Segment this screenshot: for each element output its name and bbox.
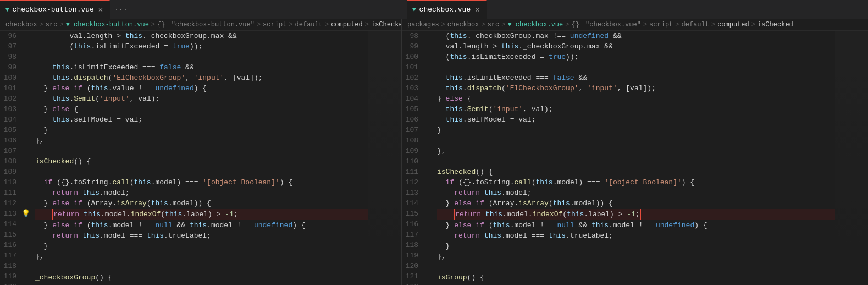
tab-label-left: checkbox-button.vue bbox=[13, 6, 94, 14]
rbc-filename: "checkbox.vue" bbox=[582, 21, 641, 29]
tabs-spacer bbox=[132, 0, 868, 19]
rbc-sep8: > bbox=[751, 21, 755, 29]
rbc-sep6: > bbox=[675, 21, 679, 29]
code-line-101: } else if (this.value !== undefined) { bbox=[35, 83, 368, 94]
gutter-warning-icon: 💡 bbox=[21, 209, 31, 219]
code-line-96: val.length > this._checkboxGroup.max && bbox=[35, 31, 368, 41]
rcode-line-102: this.isLimitExceeded === false && bbox=[437, 73, 835, 83]
right-line-numbers: 98 99 100 101 102 103 104 105 106 107 10… bbox=[402, 31, 423, 285]
code-line-113: return this.model.indexOf(this.label) > … bbox=[35, 209, 368, 220]
code-line-119: _checkboxGroup() { bbox=[35, 272, 368, 283]
rbc-ischecked: isChecked bbox=[758, 21, 793, 29]
tab-label-right: checkbox.vue bbox=[419, 6, 471, 14]
right-gutter bbox=[423, 31, 433, 285]
code-line-114: } else if (this.model !== null && this.m… bbox=[35, 220, 368, 231]
rbc-src: src bbox=[488, 21, 500, 29]
code-line-109 bbox=[35, 167, 368, 177]
bc-default: default bbox=[295, 21, 323, 29]
left-code-content: val.length > this._checkboxGroup.max && … bbox=[31, 31, 368, 285]
rbc-sep5: > bbox=[643, 21, 647, 29]
code-line-97: (this.isLimitExceeded = true)); bbox=[35, 41, 368, 52]
vue-file-icon: ▼ bbox=[5, 7, 9, 13]
rbc-computed[interactable]: computed bbox=[717, 21, 749, 29]
left-gutter: 💡 bbox=[21, 31, 31, 285]
bc-computed[interactable]: computed bbox=[331, 21, 363, 29]
left-code-wrapper: 96 97 98 99 100 101 102 103 104 105 106 … bbox=[0, 31, 368, 285]
rcode-line-99: val.length > this._checkboxGroup.max && bbox=[437, 41, 835, 52]
rcode-line-117: return this.model === this.trueLabel; bbox=[437, 231, 835, 241]
right-code-area[interactable]: 98 99 100 101 102 103 104 105 106 107 10… bbox=[402, 31, 868, 285]
code-line-105: } bbox=[35, 125, 368, 135]
rcode-line-114: } else if (Array.isArray(this.model)) { bbox=[437, 198, 835, 209]
rbc-sep4: > bbox=[565, 21, 569, 29]
rcode-line-100: (this.isLimitExceeded = true)); bbox=[437, 52, 835, 62]
code-line-99: this.isLimitExceeded === false && bbox=[35, 62, 368, 73]
right-code-content: (this._checkboxGroup.max !== undefined &… bbox=[433, 31, 835, 285]
code-line-112: } else if (Array.isArray(this.model)) { bbox=[35, 198, 368, 209]
bc-checkbox: checkbox bbox=[5, 21, 37, 29]
left-breadcrumb: checkbox > src > ▼ checkbox-button.vue >… bbox=[0, 19, 401, 31]
rcode-line-111: isChecked() { bbox=[437, 167, 835, 177]
bc-sep5: > bbox=[289, 21, 292, 29]
rcode-line-109: }, bbox=[437, 146, 835, 156]
code-line-110: if ({}.toString.call(this.model) === '[o… bbox=[35, 177, 368, 188]
rcode-line-101 bbox=[437, 62, 835, 73]
bc-sep7: > bbox=[365, 21, 369, 29]
right-editor-panel: packages > checkbox > src > ▼ checkbox.v… bbox=[402, 19, 868, 285]
bc-sep6: > bbox=[325, 21, 329, 29]
code-line-116: } bbox=[35, 241, 368, 251]
code-line-107 bbox=[35, 146, 368, 156]
code-line-111: return this.model; bbox=[35, 188, 368, 198]
rcode-line-107: } bbox=[437, 125, 835, 135]
code-line-104: this.selfModel = val; bbox=[35, 114, 368, 125]
left-minimap bbox=[368, 31, 401, 285]
bc-script: script bbox=[263, 21, 286, 29]
tab-checkbox-button-vue[interactable]: ▼ checkbox-button.vue ✕ bbox=[0, 0, 110, 19]
tabs-bar: ▼ checkbox-button.vue ✕ ··· ▼ checkbox.v… bbox=[0, 0, 868, 19]
rcode-line-105: this.$emit('input', val); bbox=[437, 104, 835, 114]
tab-close-left[interactable]: ✕ bbox=[97, 5, 104, 14]
rbc-sep2: > bbox=[481, 21, 485, 29]
left-editor-panel: checkbox > src > ▼ checkbox-button.vue >… bbox=[0, 19, 401, 285]
rcode-line-112: if ({}.toString.call(this.model) === '[o… bbox=[437, 177, 835, 188]
bc-sep1: > bbox=[40, 21, 43, 29]
rcode-line-121: isGroup() { bbox=[437, 272, 835, 283]
rbc-braces: {} bbox=[571, 21, 579, 29]
rcode-line-120 bbox=[437, 262, 835, 272]
code-line-118 bbox=[35, 262, 368, 272]
editor-container: ▼ checkbox-button.vue ✕ ··· ▼ checkbox.v… bbox=[0, 0, 868, 285]
rcode-line-115: return this.model.indexOf(this.label) > … bbox=[437, 209, 835, 220]
vue-file-icon-right: ▼ bbox=[412, 7, 416, 13]
rcode-line-118: } bbox=[437, 241, 835, 251]
left-lines-container: 96 97 98 99 100 101 102 103 104 105 106 … bbox=[0, 31, 368, 285]
bc-ischecked: isChecked bbox=[371, 21, 401, 29]
rcode-line-122: let parent = this.$parent; bbox=[437, 283, 835, 285]
tab-checkbox-vue[interactable]: ▼ checkbox.vue ✕ bbox=[407, 0, 487, 19]
right-breadcrumb: packages > checkbox > src > ▼ checkbox.v… bbox=[402, 19, 868, 31]
code-line-98 bbox=[35, 52, 368, 62]
code-line-103: } else { bbox=[35, 104, 368, 114]
left-code-area[interactable]: 96 97 98 99 100 101 102 103 104 105 106 … bbox=[0, 31, 401, 285]
rbc-vue-file: ▼ checkbox.vue bbox=[507, 21, 563, 29]
code-line-100: this.dispatch('ElCheckboxGroup', 'input'… bbox=[35, 73, 368, 83]
rbc-script: script bbox=[649, 21, 673, 29]
bc-sep4: > bbox=[257, 21, 261, 29]
right-minimap bbox=[835, 31, 868, 285]
rcode-line-110 bbox=[437, 156, 835, 167]
rbc-sep7: > bbox=[711, 21, 715, 29]
rbc-packages: packages bbox=[407, 21, 439, 29]
rcode-line-98: (this._checkboxGroup.max !== undefined &… bbox=[437, 31, 835, 41]
rcode-line-116: } else if (this.model !== null && this.m… bbox=[437, 220, 835, 231]
tab-close-right[interactable]: ✕ bbox=[474, 5, 480, 14]
rbc-default: default bbox=[682, 21, 709, 29]
rcode-line-104: } else { bbox=[437, 94, 835, 104]
right-lines-container: 98 99 100 101 102 103 104 105 106 107 10… bbox=[402, 31, 835, 285]
bc-sep3: > bbox=[151, 21, 155, 29]
tab-more-button[interactable]: ··· bbox=[110, 0, 131, 19]
bc-sep2: > bbox=[59, 21, 63, 29]
bc-vue-file: ▼ checkbox-button.vue bbox=[66, 21, 149, 29]
rcode-line-106: this.selfModel = val; bbox=[437, 114, 835, 125]
rcode-line-113: return this.model; bbox=[437, 188, 835, 198]
bc-src: src bbox=[46, 21, 58, 29]
rbc-checkbox: checkbox bbox=[447, 21, 479, 29]
